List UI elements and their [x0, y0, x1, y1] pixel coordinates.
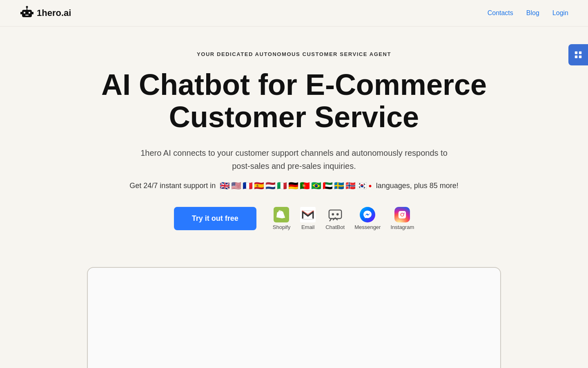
logo-text: 1hero.ai — [37, 8, 71, 18]
nav-links: Contacts Blog Login — [488, 9, 568, 17]
instagram-label: Instagram — [390, 224, 414, 230]
svg-rect-7 — [32, 12, 33, 14]
grid-icon — [574, 50, 583, 59]
flag-ae: 🇦🇪 — [323, 181, 333, 191]
hero-subtitle: 1hero AI connects to your customer suppo… — [139, 146, 449, 173]
flag-fr: 🇫🇷 — [243, 181, 253, 191]
flag-gb: 🇬🇧 — [220, 181, 230, 191]
nav-blog[interactable]: Blog — [526, 9, 539, 17]
svg-point-10 — [332, 213, 334, 216]
integration-messenger: Messenger — [354, 207, 381, 230]
svg-rect-12 — [575, 52, 577, 54]
shopify-label: Shopify — [273, 224, 290, 230]
integrations-row: Shopify — [273, 207, 414, 230]
video-section — [67, 267, 521, 368]
flag-dot: ● — [368, 182, 372, 189]
demo-card — [87, 267, 501, 368]
logo[interactable]: 1hero.ai — [20, 6, 71, 20]
integration-instagram: Instagram — [390, 207, 414, 230]
svg-rect-15 — [579, 56, 581, 58]
flag-it: 🇮🇹 — [277, 181, 287, 191]
svg-rect-0 — [22, 10, 32, 17]
navbar: 1hero.ai Contacts Blog Login — [0, 0, 588, 27]
integration-shopify: Shopify — [273, 207, 290, 230]
hero-section: YOUR DEDICATED AUTONOMOUS CUSTOMER SERVI… — [69, 27, 519, 267]
flag-es: 🇪🇸 — [254, 181, 264, 191]
integration-chatbot: ChatBot — [325, 207, 345, 230]
svg-rect-9 — [329, 210, 341, 219]
integration-email: Email — [300, 207, 316, 230]
svg-rect-3 — [25, 15, 29, 16]
hero-title-line2: Customer Service — [169, 101, 419, 133]
svg-rect-2 — [29, 12, 30, 13]
chatbot-label: ChatBot — [325, 224, 345, 230]
messenger-label: Messenger — [354, 224, 381, 230]
flag-br: 🇧🇷 — [311, 181, 321, 191]
hero-languages: Get 24/7 instant support in 🇬🇧 🇺🇸 🇫🇷 🇪🇸 … — [78, 181, 510, 191]
flag-us: 🇺🇸 — [231, 181, 241, 191]
hero-eyebrow: YOUR DEDICATED AUTONOMOUS CUSTOMER SERVI… — [78, 51, 510, 57]
nav-contacts[interactable]: Contacts — [488, 9, 513, 17]
svg-rect-14 — [575, 56, 577, 58]
flag-kr: 🇰🇷 — [357, 181, 367, 191]
nav-login[interactable]: Login — [552, 9, 568, 17]
svg-point-5 — [26, 6, 28, 8]
flag-row: 🇬🇧 🇺🇸 🇫🇷 🇪🇸 🇳🇱 🇮🇹 🇩🇪 🇵🇹 🇧🇷 🇦🇪 🇸🇪 🇳🇴 🇰🇷 ● — [220, 181, 372, 191]
logo-robot-icon — [20, 6, 34, 20]
svg-point-11 — [336, 213, 339, 216]
hero-title: AI Chatbot for E-Commerce Customer Servi… — [78, 69, 510, 133]
svg-rect-1 — [24, 12, 25, 13]
email-label: Email — [301, 224, 315, 230]
try-free-button[interactable]: Try it out free — [174, 207, 256, 230]
chatbot-icon — [327, 207, 343, 222]
floating-widget-button[interactable] — [568, 44, 588, 65]
flag-no: 🇳🇴 — [345, 181, 356, 191]
lang-before-text: Get 24/7 instant support in — [129, 182, 216, 190]
cta-row: Try it out free Shopify — [78, 207, 510, 230]
svg-rect-13 — [579, 52, 581, 54]
flag-nl: 🇳🇱 — [265, 181, 276, 191]
messenger-icon — [360, 207, 375, 222]
shopify-icon — [274, 207, 289, 222]
instagram-icon — [394, 207, 410, 222]
flag-de: 🇩🇪 — [288, 181, 298, 191]
flag-se: 🇸🇪 — [334, 181, 344, 191]
email-icon — [300, 207, 316, 222]
hero-title-line1: AI Chatbot for E-Commerce — [101, 68, 487, 101]
svg-rect-6 — [20, 12, 22, 14]
flag-pt: 🇵🇹 — [300, 181, 310, 191]
lang-after-text: languages, plus 85 more! — [376, 182, 459, 190]
